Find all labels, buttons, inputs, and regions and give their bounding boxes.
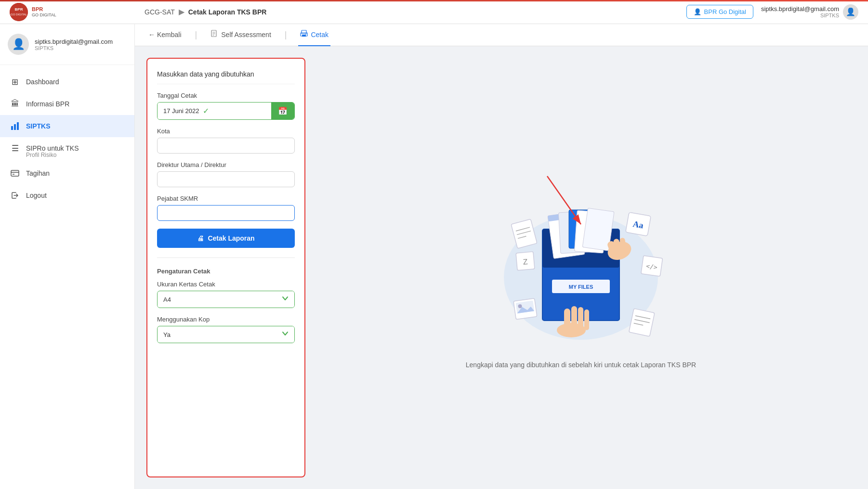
right-caption: Lengkapi data yang dibutuhkan di sebelah… — [466, 361, 696, 369]
bpr-go-digital-button[interactable]: 👤 BPR Go Digital — [686, 5, 753, 19]
bpr-button-label: BPR Go Digital — [704, 8, 746, 15]
sidebar-label-siptks: SIPTKS — [26, 122, 51, 130]
breadcrumb: GCG-SAT ▶ Cetak Laporan TKS BPR — [145, 7, 686, 16]
menggunakan-kop-group: Menggunakan Kop Ya — [157, 316, 295, 343]
cetak-label: Cetak — [311, 31, 329, 39]
calendar-button[interactable]: 📅 — [271, 103, 294, 119]
header-right: 👤 BPR Go Digital siptks.bprdigital@gmail… — [686, 4, 858, 20]
kota-label: Kota — [157, 128, 295, 135]
breadcrumb-separator: ▶ — [179, 7, 184, 16]
svg-rect-6 — [11, 170, 19, 176]
ukuran-dropdown-arrow[interactable] — [276, 291, 294, 308]
svg-text:Aa: Aa — [632, 219, 644, 231]
tagihan-icon — [10, 168, 20, 179]
filing-cabinet-svg: MY FILES — [480, 167, 682, 349]
top-header: BPR GO DIGITAL BPRGO DIGITAL GCG-SAT ▶ C… — [0, 0, 868, 24]
tab-back[interactable]: ← Kembali — [146, 24, 184, 46]
informasi-bpr-icon: 🏛 — [10, 99, 20, 109]
svg-text:GO DIGITAL: GO DIGITAL — [11, 13, 27, 16]
document-icon — [210, 30, 218, 39]
kop-value: Ya — [158, 327, 276, 342]
svg-point-0 — [10, 3, 28, 21]
user-icon: 👤 — [694, 8, 701, 15]
kop-dropdown-arrow[interactable] — [276, 326, 294, 343]
pejabat-label: Pejabat SKMR — [157, 195, 295, 202]
tab-self-assessment[interactable]: Self Assessment — [209, 24, 273, 46]
tab-divider-1: | — [195, 30, 197, 40]
svg-point-16 — [306, 34, 307, 35]
sidebar-user-info: siptks.bprdigital@gmail.com SIPTKS — [35, 38, 113, 51]
sidebar-user-role: SIPTKS — [35, 45, 113, 51]
svg-rect-40 — [511, 219, 537, 248]
print-icon — [300, 30, 308, 39]
ukuran-value: A4 — [158, 292, 276, 307]
svg-rect-3 — [11, 126, 13, 130]
ukuran-kertas-group: Ukuran Kertas Cetak A4 — [157, 281, 295, 308]
sidebar-label-sipro-tks: SIPRo untuk TKS — [26, 144, 79, 152]
sidebar-item-logout[interactable]: Logout — [0, 184, 134, 206]
form-panel: Masukkan data yang dibutuhkan Tanggal Ce… — [146, 58, 305, 477]
breadcrumb-current: Cetak Laporan TKS BPR — [188, 8, 267, 16]
svg-rect-4 — [14, 124, 16, 130]
svg-rect-54 — [629, 309, 655, 336]
cetak-laporan-button[interactable]: 🖨 Cetak Laporan — [157, 229, 295, 248]
sidebar-user-email: siptks.bprdigital@gmail.com — [35, 38, 113, 45]
tanggal-cetak-group: Tanggal Cetak 17 Juni 2022 ✓ 📅 — [157, 92, 295, 120]
logo-text: BPRGO DIGITAL — [32, 6, 56, 18]
illustration: MY FILES — [480, 167, 682, 349]
kota-group: Kota — [157, 128, 295, 154]
form-section-title: Masukkan data yang dibutuhkan — [157, 70, 295, 84]
svg-rect-38 — [578, 307, 583, 330]
tabs-bar: ← Kembali | Self Assessment | — [135, 24, 868, 46]
pengaturan-section-label: Pengaturan Cetak — [157, 268, 295, 275]
logout-icon — [10, 190, 20, 201]
svg-rect-5 — [17, 122, 19, 130]
direktur-input[interactable] — [157, 171, 295, 187]
sidebar-nav: ⊞ Dashboard 🏛 Informasi BPR SIPTKS ☰ — [0, 65, 134, 489]
header-user-role: SIPTKS — [761, 13, 839, 18]
sidebar-avatar: 👤 — [8, 34, 29, 55]
siptks-icon — [10, 121, 20, 131]
date-value-text: 17 Juni 2022 — [163, 107, 199, 115]
dashboard-icon: ⊞ — [10, 77, 20, 87]
sidebar-user: 👤 siptks.bprdigital@gmail.com SIPTKS — [0, 24, 134, 65]
header-user-avatar: 👤 — [843, 4, 858, 20]
menggunakan-kop-label: Menggunakan Kop — [157, 316, 295, 323]
ukuran-select-row: A4 — [157, 291, 295, 308]
sidebar-label-dashboard: Dashboard — [26, 78, 59, 86]
sidebar-item-tagihan[interactable]: Tagihan — [0, 162, 134, 184]
sidebar-item-siptks[interactable]: SIPTKS — [0, 115, 134, 137]
direktur-group: Direktur Utama / Direktur — [157, 161, 295, 187]
sidebar-label-tagihan: Tagihan — [26, 169, 50, 177]
sidebar-label-logout: Logout — [26, 192, 47, 199]
pejabat-group: Pejabat SKMR — [157, 195, 295, 221]
ukuran-kertas-label: Ukuran Kertas Cetak — [157, 281, 295, 288]
bpr-logo: BPR GO DIGITAL — [10, 3, 28, 21]
user-info-header: siptks.bprdigital@gmail.com SIPTKS 👤 — [761, 4, 858, 20]
cetak-btn-label: Cetak Laporan — [208, 234, 254, 242]
tab-cetak[interactable]: Cetak — [298, 24, 330, 46]
kota-input[interactable] — [157, 138, 295, 154]
form-divider — [157, 257, 295, 258]
sidebar-item-informasi-bpr[interactable]: 🏛 Informasi BPR — [0, 93, 134, 115]
svg-rect-39 — [584, 309, 589, 330]
svg-text:Z: Z — [523, 257, 528, 266]
sidebar-label-informasi-bpr: Informasi BPR — [26, 100, 69, 108]
breadcrumb-parent[interactable]: GCG-SAT — [145, 8, 175, 16]
svg-rect-13 — [302, 30, 306, 34]
right-panel: MY FILES — [305, 58, 856, 477]
kop-select-row: Ya — [157, 326, 295, 343]
date-row: 17 Juni 2022 ✓ 📅 — [157, 102, 295, 120]
tanggal-cetak-label: Tanggal Cetak — [157, 92, 295, 99]
svg-rect-37 — [571, 306, 577, 330]
back-label: Kembali — [157, 31, 182, 39]
svg-rect-36 — [564, 309, 570, 330]
back-arrow-icon: ← — [148, 31, 155, 39]
sidebar-item-dashboard[interactable]: ⊞ Dashboard — [0, 71, 134, 93]
pejabat-input[interactable] — [157, 205, 295, 221]
content-area: ← Kembali | Self Assessment | — [135, 24, 868, 489]
sipro-icon: ☰ — [10, 143, 20, 154]
tab-divider-2: | — [285, 30, 287, 40]
calendar-icon: 📅 — [278, 106, 288, 116]
svg-text:BPR: BPR — [15, 7, 23, 12]
